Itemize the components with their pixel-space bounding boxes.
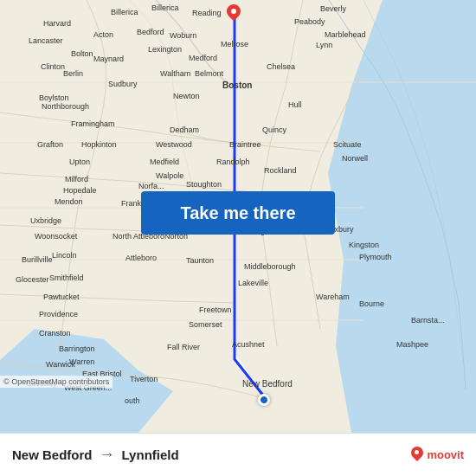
label-northborough: Northborough [42,102,89,111]
label-mashpee: Mashpee [396,340,428,349]
label-braintree: Braintree [229,140,261,149]
label-marblehead: Marblehead [325,30,366,39]
label-carlisle: Billerica [111,8,138,16]
label-providence: Providence [39,310,78,318]
moovit-logo: moovit [411,447,464,464]
label-acton: Acton [93,30,113,39]
label-framingham: Framingham [71,119,115,128]
label-stoughton: Stoughton [186,180,222,189]
label-lexington: Lexington [148,45,182,54]
label-tiverton: Tiverton [130,375,158,383]
label-acushnet: Acushnet [232,340,265,349]
label-medford: Medford [189,54,217,62]
label-plymouth: Plymouth [359,253,392,261]
label-boston: Boston [222,80,252,90]
label-norfa: Norfa... [138,182,164,190]
label-barnsta: Barnsta... [411,316,445,325]
label-bourne: Bourne [359,299,384,308]
bottom-bar: New Bedford → Lynnfield moovit [0,433,476,476]
label-randolph: Randolph [216,158,250,166]
map-container: Billerica Billerica Reading Beverly Peab… [0,0,476,433]
osm-credit: © OpenStreetMap contributors [0,376,113,388]
label-woburn: Woburn [170,31,196,40]
label-westwood: Westwood [156,140,192,149]
label-lynn: Lynn [316,41,332,49]
destination-label: Lynnfield [122,447,179,462]
label-peabody: Peabody [294,17,325,26]
label-grafton: Grafton [37,140,63,149]
label-reading: Reading [192,9,222,17]
label-wareham: Wareham [316,293,350,301]
label-sudbury: Sudbury [108,80,138,88]
label-maynard: Maynard [93,55,124,63]
label-cranston: Cranston [39,329,71,338]
label-scituate: Scituate [333,140,362,149]
label-uxbridge: Uxbridge [30,216,61,225]
label-harvard: Harvard [43,19,71,28]
label-norwell: Norwell [342,154,368,163]
label-woonsocket: Woonsocket [35,232,77,241]
label-fall-river: Fall River [167,343,200,351]
label-smithfield: Smithfield [49,273,84,282]
label-attleboro: Attleboro [125,254,157,262]
label-bedford: Bedford [137,28,164,36]
label-somerset: Somerset [189,320,222,329]
route-info: New Bedford → Lynnfield [12,446,179,464]
label-barrington: Barrington [59,344,95,353]
label-warren: Warren [69,357,94,366]
route-arrow-icon: → [100,446,115,464]
label-kingston: Kingston [349,241,379,249]
label-mendon: Mendon [55,197,83,206]
origin-label: New Bedford [12,447,93,462]
label-freetown: Freetown [199,306,232,314]
label-lincoln: Lincoln [52,251,77,260]
label-waltham: Waltham [160,69,190,78]
label-hopkinton: Hopkinton [81,140,117,149]
label-lancaster: Lancaster [29,36,63,45]
label-outh: outh [125,396,140,405]
label-berlin: Berlin [63,69,83,78]
label-medfield: Medfield [150,158,179,166]
label-beverly: Beverly [320,4,346,13]
label-milford: Milford [65,175,88,183]
origin-pin [258,394,270,406]
moovit-pin-icon [411,447,423,464]
label-upton: Upton [69,158,90,166]
label-hopedale: Hopedale [63,186,97,195]
label-newton: Newton [173,92,200,100]
label-chelsea: Chelsea [267,62,295,71]
cta-label: Take me there [180,203,295,223]
label-taunton: Taunton [186,256,214,265]
label-glocester: Glocester [16,275,49,284]
label-rockland: Rockland [264,166,297,175]
label-lakeville: Lakeville [238,279,268,287]
label-pawtucket: Pawtucket [43,293,80,301]
destination-pin [227,4,241,23]
label-billerica: Billerica [151,3,179,12]
moovit-label: moovit [427,448,464,461]
label-bolton: Bolton [71,49,93,58]
label-boylston: Boylston [39,93,69,102]
take-me-there-button[interactable]: Take me there [141,191,335,235]
label-clinton: Clinton [41,62,65,71]
label-new-bedford-map: New Bedford [242,379,293,389]
label-dedham: Dedham [170,125,199,134]
label-walpole: Walpole [156,171,183,180]
label-belmont: Belmont [195,69,223,78]
label-burillville: Burillville [22,255,53,264]
label-melrose: Melrose [221,40,248,48]
label-quincy: Quincy [262,125,286,134]
label-hull: Hull [288,100,302,109]
label-middleborough: Middleborough [244,262,296,271]
